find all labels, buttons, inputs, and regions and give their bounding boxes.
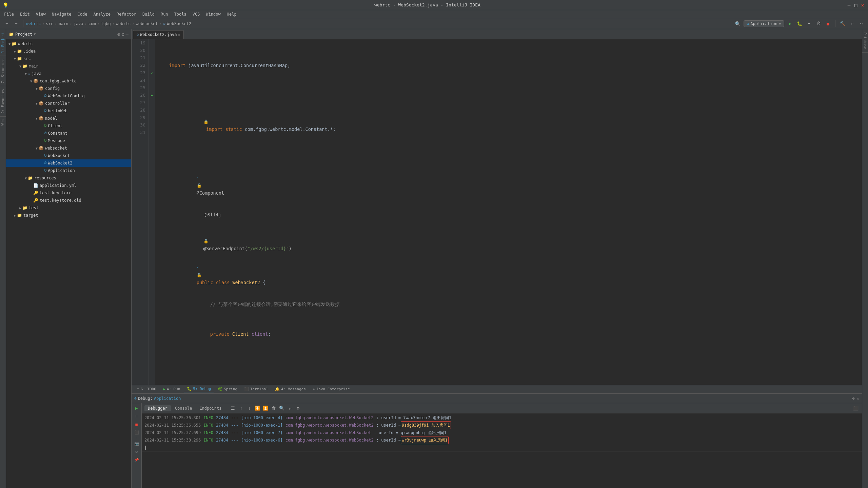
tree-item-message[interactable]: © Message	[6, 137, 131, 144]
project-dropdown[interactable]: ▼	[34, 32, 36, 36]
breadcrumb-filename[interactable]: WebSocket2	[167, 21, 191, 26]
tree-item-websocketconfig[interactable]: © WebSocketConfig	[6, 92, 131, 100]
debug-expand-icon[interactable]: ⬛	[852, 405, 859, 412]
tree-item-appyml[interactable]: 📄 application.yml	[6, 182, 131, 189]
tab-terminal[interactable]: ⬛ Terminal	[241, 386, 271, 392]
debug-tab-debugger[interactable]: Debugger	[144, 405, 171, 411]
project-settings-icon[interactable]: ⚙	[117, 32, 120, 37]
tab-close-btn[interactable]: ✕	[178, 33, 180, 37]
breadcrumb-java[interactable]: java	[74, 21, 83, 26]
debug-filter-btn[interactable]: ☰	[230, 405, 236, 412]
run-button[interactable]: ▶	[786, 20, 794, 27]
tab-websocket2[interactable]: © WebSocket2.java ✕	[133, 30, 184, 39]
menu-refactor[interactable]: Refactor	[114, 11, 139, 17]
gutter-26[interactable]: ▶	[149, 92, 155, 99]
breadcrumb-main[interactable]: main	[59, 21, 68, 26]
breadcrumb-fgbg[interactable]: fgbg	[101, 21, 111, 26]
menu-vcs[interactable]: VCS	[190, 11, 203, 17]
menu-edit[interactable]: Edit	[17, 11, 33, 17]
tab-java-enterprise[interactable]: ☕ Java Enterprise	[310, 386, 353, 392]
toolbar-run-search[interactable]: 🔍	[733, 20, 742, 28]
tree-item-java[interactable]: ▼ ☕ java	[6, 70, 131, 77]
debug-settings-btn[interactable]: ⚙	[133, 448, 140, 455]
breadcrumb-websocket[interactable]: websocket	[136, 21, 158, 26]
debug-pin-btn[interactable]: 📌	[133, 456, 140, 463]
tree-item-helloweb[interactable]: © helloWeb	[6, 107, 131, 115]
debug-wrap-btn[interactable]: ↵	[287, 405, 293, 412]
minimize-button[interactable]: ─	[846, 2, 852, 8]
menu-navigate[interactable]: Navigate	[49, 11, 74, 17]
tab-run[interactable]: ▶ 4: Run	[160, 386, 183, 392]
tree-item-target[interactable]: ▶ 📁 target	[6, 212, 131, 219]
breadcrumb-webrtc2[interactable]: webrtc	[116, 21, 131, 26]
sidebar-web-btn[interactable]: Web	[0, 117, 5, 128]
debug-search-btn[interactable]: 🔍	[278, 405, 285, 412]
tree-item-resources[interactable]: ▼ 📁 resources	[6, 174, 131, 182]
menu-code[interactable]: Code	[75, 11, 90, 17]
tree-item-application[interactable]: © Application	[6, 167, 131, 174]
maximize-button[interactable]: □	[853, 2, 859, 8]
debug-stop-btn[interactable]: ■	[133, 421, 140, 428]
tab-messages[interactable]: 🔔 4: Messages	[272, 386, 309, 392]
profile-button[interactable]: ⏱	[815, 20, 822, 27]
tree-item-config[interactable]: ▼ 📦 config	[6, 85, 131, 92]
debug-tab-console[interactable]: Console	[172, 405, 196, 411]
tab-spring[interactable]: 🌿 Spring	[215, 386, 240, 392]
debug-close-icon[interactable]: ✕	[857, 396, 859, 401]
tab-debug[interactable]: 🐛 5: Debug	[184, 386, 214, 392]
debug-button[interactable]: 🐛	[796, 20, 803, 27]
breadcrumb-src[interactable]: src	[46, 21, 54, 26]
debug-camera-btn[interactable]: 📷	[133, 440, 140, 447]
menu-window[interactable]: Window	[203, 11, 223, 17]
run-config-box[interactable]: ⚙ Application ▼	[744, 20, 784, 27]
debug-scroll-btn[interactable]: ⏬	[254, 405, 261, 412]
menu-help[interactable]: Help	[224, 11, 239, 17]
tree-item-keystore[interactable]: 🔑 test.keystore	[6, 189, 131, 197]
debug-cog-btn[interactable]: ⚙	[295, 405, 301, 412]
tree-item-model[interactable]: ▼ 📦 model	[6, 115, 131, 122]
tree-item-test[interactable]: ▶ 📁 test	[6, 204, 131, 212]
debug-pause-btn[interactable]: ⏸	[133, 413, 140, 419]
tree-item-package[interactable]: ▼ 📦 com.fgbg.webrtc	[6, 77, 131, 85]
code-editor[interactable]: 19 20 21 22 23 24 25 26 27 28 29 30 31	[132, 39, 862, 385]
tab-todo[interactable]: ☑ 6: TODO	[134, 386, 159, 392]
debug-expand-btn[interactable]: ⬛	[852, 405, 859, 412]
tree-item-src[interactable]: ▼ 📁 src	[6, 55, 131, 62]
debug-resume-btn[interactable]: ▶	[133, 405, 140, 411]
debug-up-btn[interactable]: ↑	[238, 405, 244, 412]
breadcrumb-com[interactable]: com	[88, 21, 96, 26]
tree-item-keystore-old[interactable]: 🔑 test.keystore.old	[6, 197, 131, 204]
menu-run[interactable]: Run	[158, 11, 171, 17]
coverage-button[interactable]: ☂	[805, 20, 813, 27]
tree-item-websocket-pkg[interactable]: ▼ 📦 websocket	[6, 144, 131, 152]
tree-item-websocket2[interactable]: © WebSocket2	[6, 159, 131, 167]
tree-item-websocket[interactable]: © WebSocket	[6, 152, 131, 159]
debug-tab-endpoints[interactable]: Endpoints	[196, 405, 225, 411]
menu-file[interactable]: File	[1, 11, 17, 17]
tree-item-controller[interactable]: ▼ 📦 controller	[6, 100, 131, 107]
tree-item-idea[interactable]: ▶ 📁 .idea	[6, 47, 131, 55]
toolbar-forward[interactable]: ➡	[12, 20, 20, 28]
tree-item-constant[interactable]: © Constant	[6, 130, 131, 137]
breadcrumb-webrtc[interactable]: webrtc	[26, 21, 41, 26]
tree-item-client[interactable]: © Client	[6, 122, 131, 130]
sidebar-structure-btn[interactable]: Z: Structure	[0, 57, 5, 85]
debug-scroll2-btn[interactable]: ⏫	[262, 405, 269, 412]
debug-stop2-btn[interactable]: ⬛	[133, 429, 140, 436]
debug-down-btn[interactable]: ↓	[246, 405, 253, 412]
build-button[interactable]: 🔨	[839, 20, 846, 27]
stop-button[interactable]: ■	[824, 20, 832, 27]
undo-button[interactable]: ↩	[848, 20, 856, 27]
run-config-dropdown[interactable]: ▼	[779, 21, 781, 26]
menu-analyze[interactable]: Analyze	[91, 11, 113, 17]
tree-item-main[interactable]: ▼ 📁 main	[6, 62, 131, 70]
sidebar-project-btn[interactable]: 1: Project	[0, 31, 5, 55]
tree-item-webrtc[interactable]: ▼ 📁 webrtc	[6, 40, 131, 47]
debug-clear-btn[interactable]: 🗑	[270, 405, 277, 412]
project-collapse-icon[interactable]: —	[126, 32, 129, 37]
breadcrumb-file[interactable]: ⊙	[163, 21, 165, 26]
redo-button[interactable]: ↪	[858, 20, 865, 27]
debug-settings-icon[interactable]: ⚙	[852, 396, 855, 401]
toolbar-back[interactable]: ⬅	[3, 20, 11, 28]
menu-build[interactable]: Build	[140, 11, 157, 17]
